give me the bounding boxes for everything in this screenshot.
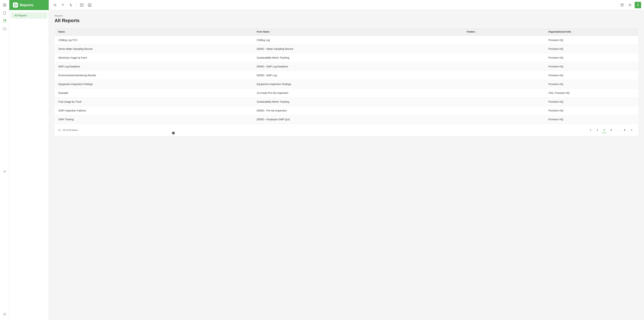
cell-folders [463,53,545,62]
svg-rect-0 [3,4,4,5]
next-page-button[interactable] [628,127,635,133]
cell-org-units: Provision HQ [545,62,638,71]
page-btn-3[interactable]: 3 [608,127,614,133]
app-logo [13,3,18,8]
sort-button[interactable] [68,2,74,8]
cell-form-name: DEMO - EMP Log [253,71,463,80]
cell-name: GMP Training [55,115,253,124]
cell-form-name: DEMO - EMP Log Rotations [253,62,463,71]
sidebar-icons [0,0,9,320]
help-button[interactable] [619,2,625,8]
filter-button[interactable] [60,2,66,8]
add-button[interactable] [78,2,85,8]
cell-org-units: Provision HQ [545,106,638,115]
cell-name: Equipment Inspection Findings [55,80,253,89]
pagination-controls: 1 2 3 ... 6 [588,127,635,133]
app-panel: Reports All Reports [9,0,49,320]
col-header-form: Form Name [253,28,463,36]
svg-point-12 [622,6,622,6]
cell-org-units: Provision HQ [545,80,638,89]
nav-section: All Reports [9,10,49,21]
cell-form-name: Sustainability Metric Tracking [253,97,463,106]
cell-form-name: DEMO - Pre-Op Inspection [253,106,463,115]
toolbar-right: 2 [619,2,641,8]
export-button[interactable] [86,2,93,8]
search-button[interactable] [52,2,58,8]
sidebar-icon-settings[interactable] [1,168,8,175]
prev-page-button[interactable] [588,127,594,133]
cell-folders [463,106,545,115]
page-btn-1[interactable]: 1 [594,127,600,133]
sidebar-icon-menu[interactable] [1,311,8,318]
cell-form-name: Sustainability Metric Tracking [253,53,463,62]
svg-point-5 [4,171,5,172]
cell-name: Example [55,89,253,97]
page-btn-2[interactable]: 2 [601,127,607,133]
cell-org-units: Provision HQ [545,71,638,80]
cell-folders [463,80,545,89]
cell-form-name: DEMO - Employee GMP Quiz [253,115,463,124]
sidebar-icon-reports[interactable] [1,17,8,25]
cell-folders [463,71,545,80]
table-row[interactable]: EMP Log Rotations DEMO - EMP Log Rotatio… [55,62,638,71]
cell-org-units: TAG, Provision HQ [545,89,638,97]
cell-name: Electricity Usage by Farm [55,53,253,62]
svg-rect-1 [5,4,6,5]
page-title: All Reports [54,18,638,23]
table-row[interactable]: Equipment Inspection Findings Equipment … [55,80,638,89]
col-header-folders: Folders [463,28,545,36]
cell-org-units: Provision HQ [545,97,638,106]
cell-org-units: Provision HQ [545,53,638,62]
app-title: Reports [20,3,34,7]
notification-badge[interactable]: 2 [635,2,641,8]
pagination-info: 11 - 20 of 60 Items [58,129,78,131]
page-ellipsis: ... [615,127,621,133]
sidebar-icon-document[interactable] [1,9,8,17]
table-row[interactable]: Fuel Usage by Truck Sustainability Metri… [55,97,638,106]
reports-table: Name Form Name Folders Organizational Un… [54,28,638,124]
table-row[interactable]: Electricity Usage by Farm Sustainability… [55,53,638,62]
table-header-row: Name Form Name Folders Organizational Un… [55,28,638,36]
cell-name: Fuel Usage by Truck [55,97,253,106]
user-button[interactable] [627,2,633,8]
nav-item-all-reports[interactable]: All Reports [11,12,47,19]
cell-folders [463,36,545,45]
sidebar-icon-folder[interactable] [1,25,8,32]
cell-name: GMP Inspection Failures [55,106,253,115]
cell-folders [463,115,545,124]
cell-folders [463,89,545,97]
cell-org-units: Provision HQ [545,115,638,124]
page-btn-6[interactable]: 6 [622,127,628,133]
pagination-bar: 11 - 20 of 60 Items 1 2 3 ... 6 [54,124,638,136]
cell-name: Chilling Log TCS [55,36,253,45]
svg-point-8 [54,4,56,6]
cell-folders [463,97,545,106]
table-row[interactable]: Chilling Log TCS Chilling Log Provision … [55,36,638,45]
content-area: Reports All Reports Name Form Name Folde… [49,10,644,320]
col-header-name: Name [55,28,253,36]
cell-name: Environmental Monitoring Results [55,71,253,80]
cell-folders [463,45,545,53]
cell-form-name: DEMO - Water Sampling Record [253,45,463,53]
breadcrumb: Reports [54,14,638,17]
cell-form-name: Chilling Log [253,36,463,45]
app-header: Reports [9,0,49,10]
cell-name: Demo Water Sampling Record [55,45,253,53]
table-row[interactable]: Example 1A Foods Pre-Op Inspection TAG, … [55,89,638,97]
col-header-org: Organizational Units [545,28,638,36]
svg-rect-2 [3,5,4,7]
main-content: 2 Reports All Reports Name Form Name Fol… [49,0,644,320]
cell-form-name: Equipment Inspection Findings [253,80,463,89]
table-row[interactable]: Environmental Monitoring Results DEMO - … [55,71,638,80]
cell-org-units: Provision HQ [545,45,638,53]
cell-form-name: 1A Foods Pre-Op Inspection [253,89,463,97]
svg-rect-3 [5,5,6,7]
cell-org-units: Provision HQ [545,36,638,45]
table-row[interactable]: Demo Water Sampling Record DEMO - Water … [55,45,638,53]
sidebar-icon-dashboard[interactable] [1,2,8,9]
toolbar: 2 [49,0,644,10]
cell-name: EMP Log Rotations [55,62,253,71]
table-row[interactable]: GMP Training DEMO - Employee GMP Quiz Pr… [55,115,638,124]
cell-folders [463,62,545,71]
table-row[interactable]: GMP Inspection Failures DEMO - Pre-Op In… [55,106,638,115]
